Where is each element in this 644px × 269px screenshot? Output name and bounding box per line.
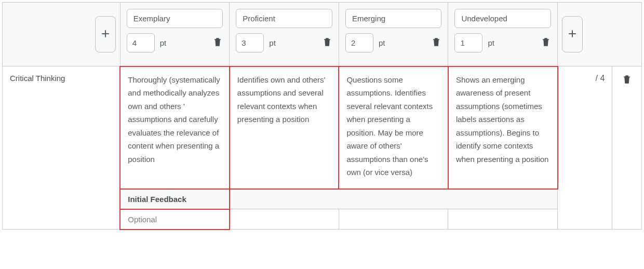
- level-header-1: pt: [230, 3, 339, 66]
- add-level-left-cell: [3, 3, 120, 66]
- points-unit-label: pt: [379, 38, 426, 47]
- level-points-input-1[interactable]: [236, 33, 264, 52]
- initial-feedback-input-1[interactable]: [230, 209, 339, 230]
- criterion-description-1[interactable]: Identifies own and others' assumptions a…: [230, 66, 339, 189]
- level-points-input-3[interactable]: [454, 33, 482, 52]
- delete-level-button-3[interactable]: [541, 36, 551, 49]
- level-name-input-2[interactable]: [345, 9, 442, 28]
- points-unit-label: pt: [160, 38, 208, 47]
- trash-icon: [542, 37, 550, 48]
- points-unit-label: pt: [269, 38, 317, 47]
- add-level-right-cell: [558, 3, 642, 66]
- rubric-header-row: pt pt: [3, 3, 642, 66]
- delete-criterion-button[interactable]: [622, 74, 632, 87]
- rubric-table: pt pt: [2, 2, 642, 230]
- delete-level-button-0[interactable]: [212, 36, 223, 49]
- trash-icon: [213, 37, 222, 48]
- criterion-description-0[interactable]: Thoroughly (systematically and methodica…: [120, 66, 230, 189]
- criterion-out-of: / 4: [558, 66, 612, 230]
- level-name-input-1[interactable]: [236, 9, 332, 28]
- trash-icon: [623, 75, 631, 86]
- initial-feedback-input-2[interactable]: [339, 209, 448, 230]
- initial-feedback-input-3[interactable]: [448, 209, 558, 230]
- criterion-row: Critical Thinking Thoroughly (systematic…: [3, 66, 642, 189]
- delete-criterion-cell: [612, 66, 642, 230]
- delete-level-button-1[interactable]: [322, 36, 332, 49]
- level-points-input-2[interactable]: [345, 33, 373, 52]
- plus-icon: [568, 30, 576, 39]
- level-name-input-3[interactable]: [454, 9, 551, 28]
- trash-icon: [323, 37, 331, 48]
- criterion-description-2[interactable]: Questions some assumptions. Identifies s…: [339, 66, 448, 189]
- level-points-input-0[interactable]: [127, 33, 155, 52]
- initial-feedback-label: Initial Feedback: [120, 189, 230, 209]
- initial-feedback-header-blank: [230, 189, 558, 209]
- points-unit-label: pt: [488, 38, 535, 47]
- initial-feedback-input-0[interactable]: Optional: [120, 209, 230, 230]
- level-header-0: pt: [120, 3, 230, 66]
- delete-level-button-2[interactable]: [431, 36, 441, 49]
- level-header-2: pt: [339, 3, 448, 66]
- level-header-3: pt: [448, 3, 558, 66]
- add-level-right-button[interactable]: [562, 16, 583, 52]
- trash-icon: [432, 37, 440, 48]
- plus-icon: [101, 30, 110, 39]
- add-level-left-button[interactable]: [95, 16, 116, 52]
- criterion-description-3[interactable]: Shows an emerging awareness of present a…: [448, 66, 558, 189]
- criterion-name-cell[interactable]: Critical Thinking: [3, 66, 120, 230]
- level-name-input-0[interactable]: [127, 9, 223, 28]
